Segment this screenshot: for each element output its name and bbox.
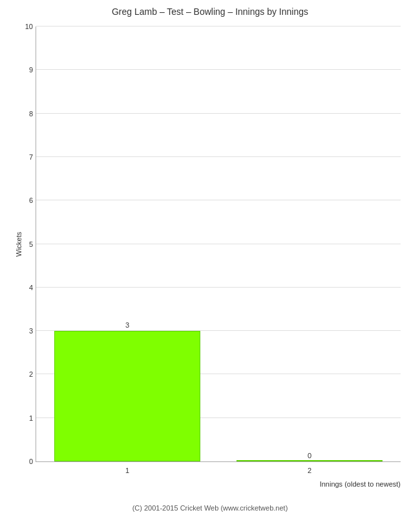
y-axis-label: Wickets	[15, 232, 23, 257]
bar-innings-2	[236, 460, 383, 461]
grid-line	[36, 69, 401, 70]
y-tick-label: 3	[29, 327, 33, 335]
grid-line	[36, 113, 401, 114]
plot-area: 0123456789103102	[36, 26, 401, 462]
bar-value-label-1: 3	[54, 321, 200, 329]
y-tick-label: 6	[29, 196, 33, 204]
y-tick-label: 9	[29, 66, 33, 74]
y-tick-label: 5	[29, 240, 33, 248]
chart-title: Greg Lamb – Test – Bowling – Innings by …	[0, 0, 420, 20]
y-tick-label: 8	[29, 110, 33, 118]
y-tick-label: 10	[25, 23, 33, 30]
grid-line	[36, 244, 401, 244]
grid-line	[36, 287, 401, 288]
y-tick-label: 4	[29, 284, 33, 291]
grid-line	[36, 156, 401, 157]
x-axis-title: Innings (oldest to newest)	[320, 480, 401, 488]
x-tick-label-1: 1	[125, 467, 129, 474]
bar-innings-1	[54, 331, 200, 461]
y-tick-label: 0	[29, 458, 33, 465]
chart-area: Wickets 0123456789103102 Innings (oldest…	[36, 26, 401, 462]
x-tick-label-2: 2	[308, 467, 311, 474]
chart-container: Greg Lamb – Test – Bowling – Innings by …	[0, 0, 420, 517]
y-tick-label: 7	[29, 153, 33, 161]
bar-value-label-2: 0	[236, 452, 383, 459]
y-tick-label: 1	[29, 414, 33, 422]
footer: (C) 2001-2015 Cricket Web (www.cricketwe…	[0, 501, 420, 517]
y-tick-label: 2	[29, 370, 33, 378]
grid-line	[36, 26, 401, 26]
grid-line	[36, 200, 401, 200]
